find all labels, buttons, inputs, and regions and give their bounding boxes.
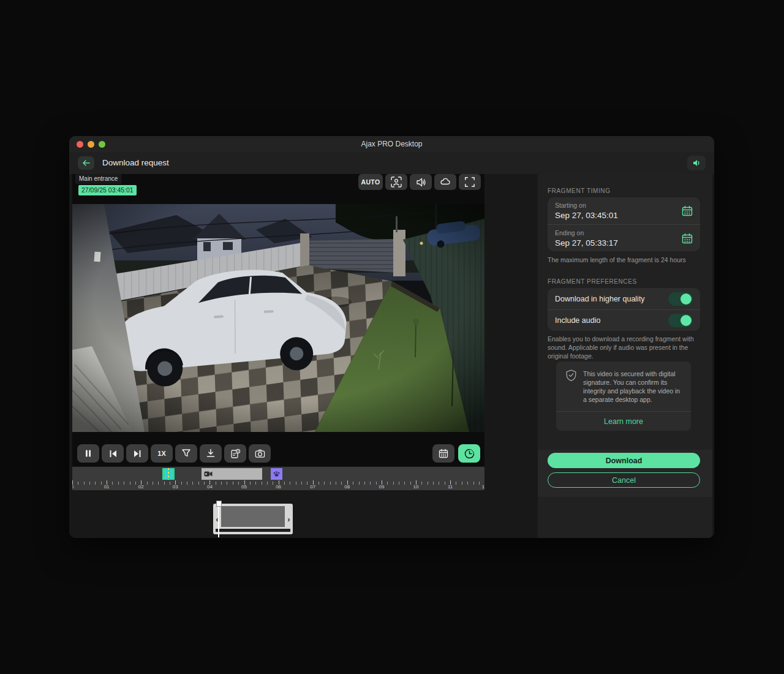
recording-event-marker[interactable]	[162, 468, 175, 480]
timestamp-badge: 27/09/25 03:45:01	[78, 185, 137, 195]
ending-on-row[interactable]: Ending on Sep 27, 05:33:17	[548, 224, 700, 251]
zoom-range-strip	[216, 529, 290, 532]
time-interval-button[interactable]	[458, 444, 480, 463]
cloud-button[interactable]	[434, 174, 456, 190]
starting-on-label: Starting on	[555, 202, 693, 209]
timeline-mode-controls	[432, 444, 480, 463]
zoom-track: ‹ ›	[213, 504, 293, 534]
include-audio-row: Include audio	[548, 309, 700, 331]
signature-info: This video is secured with digital signa…	[556, 362, 691, 411]
export-report-button[interactable]	[224, 444, 246, 463]
download-fragment-button[interactable]	[200, 444, 222, 463]
playhead-knob[interactable]	[216, 501, 222, 507]
app-window: Ajax PRO Desktop Download request	[69, 136, 714, 538]
playback-speed-button[interactable]: 1X	[151, 444, 173, 463]
fullscreen-icon	[464, 176, 475, 187]
desktop-background: Ajax PRO Desktop Download request	[0, 0, 784, 674]
higher-quality-row: Download in higher quality	[548, 288, 700, 309]
skip-forward-icon	[132, 449, 143, 459]
report-exclude-icon	[230, 448, 241, 459]
calendar-button[interactable]	[432, 444, 454, 463]
audio-indicator-button[interactable]	[687, 156, 706, 170]
speaker-icon	[692, 159, 701, 167]
previous-fragment-button[interactable]	[102, 444, 124, 463]
timeline[interactable]: 0010203040506070809101112	[72, 467, 484, 490]
toggle-knob	[680, 315, 692, 326]
playhead-handle[interactable]	[218, 501, 219, 537]
page-header: Download request	[69, 152, 714, 174]
download-icon	[205, 448, 216, 459]
starting-on-value: Sep 27, 03:45:01	[555, 211, 693, 220]
clock-interval-icon	[464, 448, 475, 460]
action-footer: Download Cancel	[538, 450, 712, 497]
paw-icon	[273, 470, 281, 478]
calendar-green-icon	[681, 232, 693, 244]
start-date-picker-button[interactable]	[681, 205, 693, 217]
timeline-markers	[72, 468, 484, 480]
ending-on-value: Sep 27, 05:33:17	[555, 238, 693, 248]
shield-check-icon	[565, 369, 577, 382]
learn-more-link[interactable]: Learn more	[556, 411, 691, 431]
page-title: Download request	[102, 152, 169, 174]
snapshot-button[interactable]	[249, 444, 271, 463]
fragment-preferences-title: FRAGMENT PREFERENCES	[548, 278, 637, 285]
playback-controls: 1X	[77, 444, 271, 463]
selected-fragment-marker[interactable]	[202, 468, 262, 480]
main-content: Main entrance 27/09/25 03:45:01 AUTO	[69, 174, 714, 538]
cancel-button[interactable]: Cancel	[548, 472, 700, 488]
player-top-controls: AUTO	[358, 174, 481, 190]
include-audio-label: Include audio	[555, 316, 668, 325]
next-fragment-button[interactable]	[126, 444, 148, 463]
detection-frames-button[interactable]	[385, 174, 407, 190]
window-title: Ajax PRO Desktop	[69, 136, 714, 152]
calendar-green-icon	[681, 205, 693, 217]
signature-text: This video is secured with digital signa…	[583, 369, 682, 404]
toggle-knob	[680, 293, 692, 305]
ending-on-label: Ending on	[555, 229, 693, 237]
fragment-preferences-card: Download in higher quality Include audio	[548, 288, 700, 331]
video-player: Main entrance 27/09/25 03:45:01 AUTO	[72, 174, 484, 466]
download-request-panel: FRAGMENT TIMING Starting on Sep 27, 03:4…	[538, 174, 712, 538]
fullscreen-button[interactable]	[459, 174, 481, 190]
pet-event-marker[interactable]	[271, 468, 282, 480]
camcorder-icon	[204, 471, 213, 477]
timeline-zoom-control: ‹ ›	[213, 504, 293, 534]
fragment-timing-card: Starting on Sep 27, 03:45:01	[548, 197, 700, 251]
titlebar: Ajax PRO Desktop	[69, 136, 714, 152]
higher-quality-toggle[interactable]	[668, 292, 693, 306]
cloud-icon	[439, 176, 451, 188]
zoom-window-thumb[interactable]	[221, 506, 285, 527]
pause-icon	[83, 449, 93, 458]
max-length-note: The maximum length of the fragment is 24…	[548, 256, 703, 264]
auto-quality-button[interactable]: AUTO	[358, 174, 383, 190]
back-button[interactable]	[78, 156, 94, 170]
higher-quality-label: Download in higher quality	[555, 295, 668, 303]
arrow-left-icon	[81, 158, 91, 168]
camera-icon	[254, 448, 266, 460]
end-date-picker-button[interactable]	[681, 232, 693, 244]
filter-icon	[181, 448, 192, 459]
pause-button[interactable]	[77, 444, 99, 463]
fragment-timing-title: FRAGMENT TIMING	[548, 187, 611, 194]
video-frame[interactable]	[72, 204, 484, 432]
calendar-icon	[438, 448, 449, 459]
download-button[interactable]: Download	[548, 453, 700, 468]
person-detection-icon	[390, 176, 402, 188]
digital-signature-card: This video is secured with digital signa…	[556, 362, 691, 431]
filter-button[interactable]	[175, 444, 197, 463]
speaker-icon	[415, 176, 427, 188]
audio-note: Enables you to download a recording frag…	[548, 335, 703, 360]
camera-name-badge: Main entrance	[75, 174, 121, 184]
sound-button[interactable]	[410, 174, 432, 190]
skip-back-icon	[108, 449, 118, 459]
include-audio-toggle[interactable]	[668, 314, 693, 327]
starting-on-row[interactable]: Starting on Sep 27, 03:45:01	[548, 197, 700, 224]
